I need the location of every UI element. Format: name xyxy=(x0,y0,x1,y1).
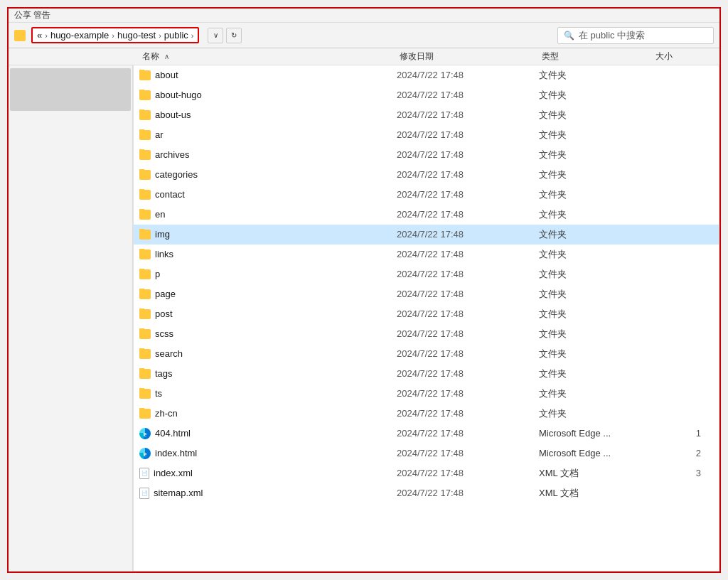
file-name: zh-cn xyxy=(139,408,397,419)
folder-icon xyxy=(139,210,151,220)
breadcrumb-public[interactable]: public xyxy=(164,30,188,41)
xml-icon: 📄 xyxy=(139,488,149,499)
file-type: Microsoft Edge ... xyxy=(539,428,653,439)
file-date: 2024/7/22 17:48 xyxy=(397,169,539,180)
file-name: scss xyxy=(139,328,397,339)
file-type: 文件夹 xyxy=(539,288,653,301)
sidebar xyxy=(9,65,133,571)
table-row[interactable]: tags 2024/7/22 17:48 文件夹 xyxy=(134,364,719,384)
table-row[interactable]: index.html 2024/7/22 17:48 Microsoft Edg… xyxy=(134,444,719,463)
file-type: 文件夹 xyxy=(539,248,653,261)
file-type: 文件夹 xyxy=(539,109,653,122)
file-type: 文件夹 xyxy=(539,188,653,201)
table-row[interactable]: search 2024/7/22 17:48 文件夹 xyxy=(134,344,719,364)
table-row[interactable]: contact 2024/7/22 17:48 文件夹 xyxy=(134,185,719,205)
nav-controls: ∨ ↻ xyxy=(208,28,242,43)
table-row[interactable]: archives 2024/7/22 17:48 文件夹 xyxy=(134,145,719,165)
file-name: about-us xyxy=(139,109,397,120)
file-name: en xyxy=(139,209,397,220)
breadcrumb-collapse[interactable]: « xyxy=(37,30,42,41)
folder-icon xyxy=(139,349,151,359)
file-name: p xyxy=(139,269,397,279)
table-row[interactable]: categories 2024/7/22 17:48 文件夹 xyxy=(134,165,719,185)
file-date: 2024/7/22 17:48 xyxy=(397,229,539,240)
file-list[interactable]: about 2024/7/22 17:48 文件夹 about-hugo 202… xyxy=(133,65,719,571)
file-date: 2024/7/22 17:48 xyxy=(397,348,539,359)
file-size: 3 xyxy=(653,468,710,478)
table-row[interactable]: ts 2024/7/22 17:48 文件夹 xyxy=(134,384,719,404)
xml-icon: 📄 xyxy=(139,468,149,479)
col-header-date[interactable]: 修改日期 xyxy=(400,50,542,63)
file-date: 2024/7/22 17:48 xyxy=(397,368,539,379)
breadcrumb[interactable]: « › hugo-example › hugo-test › public › xyxy=(31,27,199,43)
table-row[interactable]: 📄 index.xml 2024/7/22 17:48 XML 文档 3 xyxy=(134,463,719,483)
refresh-btn[interactable]: ↻ xyxy=(226,28,242,43)
file-type: 文件夹 xyxy=(539,208,653,221)
address-bar[interactable]: « › hugo-example › hugo-test › public › … xyxy=(9,23,719,48)
breadcrumb-sep-2: › xyxy=(112,31,114,40)
file-name: about-hugo xyxy=(139,90,397,100)
folder-icon xyxy=(139,249,151,259)
folder-icon xyxy=(139,90,151,100)
table-row[interactable]: zh-cn 2024/7/22 17:48 文件夹 xyxy=(134,404,719,424)
file-name: ar xyxy=(139,129,397,140)
file-date: 2024/7/22 17:48 xyxy=(397,109,539,120)
file-type: 文件夹 xyxy=(539,308,653,321)
sidebar-scrollbar[interactable] xyxy=(10,68,131,111)
table-row[interactable]: 📄 sitemap.xml 2024/7/22 17:48 XML 文档 xyxy=(134,483,719,503)
file-type: 文件夹 xyxy=(539,387,653,400)
file-name: post xyxy=(139,308,397,319)
breadcrumb-hugo-example[interactable]: hugo-example xyxy=(50,30,109,41)
folder-icon xyxy=(139,329,151,339)
table-row[interactable]: scss 2024/7/22 17:48 文件夹 xyxy=(134,324,719,344)
folder-icon xyxy=(139,230,151,240)
table-row[interactable]: ar 2024/7/22 17:48 文件夹 xyxy=(134,125,719,145)
col-header-size[interactable]: 大小 xyxy=(655,50,712,63)
file-explorer-window: 公享 管告 « › hugo-example › hugo-test › pub… xyxy=(7,7,721,573)
file-date: 2024/7/22 17:48 xyxy=(397,408,539,419)
search-icon: 🔍 xyxy=(564,31,574,41)
table-row[interactable]: links 2024/7/22 17:48 文件夹 xyxy=(134,245,719,264)
breadcrumb-hugo-test[interactable]: hugo-test xyxy=(117,30,156,41)
table-row[interactable]: post 2024/7/22 17:48 文件夹 xyxy=(134,304,719,324)
file-date: 2024/7/22 17:48 xyxy=(397,249,539,259)
breadcrumb-sep-1: › xyxy=(45,31,48,40)
dropdown-btn[interactable]: ∨ xyxy=(208,28,223,43)
file-name: img xyxy=(139,229,397,240)
table-row[interactable]: 404.html 2024/7/22 17:48 Microsoft Edge … xyxy=(134,424,719,444)
file-name: index.html xyxy=(139,448,397,459)
col-header-name[interactable]: 名称 ∧ xyxy=(136,50,400,63)
file-type: 文件夹 xyxy=(539,328,653,340)
file-name: archives xyxy=(139,149,397,160)
folder-icon xyxy=(139,170,151,180)
folder-icon xyxy=(14,30,26,41)
table-row[interactable]: page 2024/7/22 17:48 文件夹 xyxy=(134,284,719,304)
main-layout: about 2024/7/22 17:48 文件夹 about-hugo 202… xyxy=(9,65,719,571)
file-date: 2024/7/22 17:48 xyxy=(397,488,539,498)
file-date: 2024/7/22 17:48 xyxy=(397,289,539,299)
file-type: 文件夹 xyxy=(539,268,653,281)
folder-icon xyxy=(139,289,151,299)
table-row[interactable]: p 2024/7/22 17:48 文件夹 xyxy=(134,264,719,284)
file-date: 2024/7/22 17:48 xyxy=(397,189,539,200)
search-bar[interactable]: 🔍 在 public 中搜索 xyxy=(557,27,714,44)
breadcrumb-expand-arrow[interactable]: › xyxy=(191,31,194,40)
file-type: 文件夹 xyxy=(539,89,653,102)
table-row[interactable]: about-hugo 2024/7/22 17:48 文件夹 xyxy=(134,85,719,105)
file-date: 2024/7/22 17:48 xyxy=(397,468,539,478)
file-date: 2024/7/22 17:48 xyxy=(397,428,539,439)
folder-icon xyxy=(139,150,151,160)
file-date: 2024/7/22 17:48 xyxy=(397,388,539,399)
folder-icon xyxy=(139,130,151,140)
folder-icon xyxy=(139,389,151,399)
folder-icon xyxy=(139,409,151,419)
col-header-type[interactable]: 类型 xyxy=(542,50,655,63)
breadcrumb-sep-3: › xyxy=(159,31,161,40)
search-placeholder: 在 public 中搜索 xyxy=(579,29,645,42)
file-name: ts xyxy=(139,388,397,399)
table-row[interactable]: img 2024/7/22 17:48 文件夹 xyxy=(134,225,719,245)
table-row[interactable]: about 2024/7/22 17:48 文件夹 xyxy=(134,65,719,85)
file-type: 文件夹 xyxy=(539,149,653,161)
table-row[interactable]: en 2024/7/22 17:48 文件夹 xyxy=(134,205,719,225)
table-row[interactable]: about-us 2024/7/22 17:48 文件夹 xyxy=(134,105,719,125)
